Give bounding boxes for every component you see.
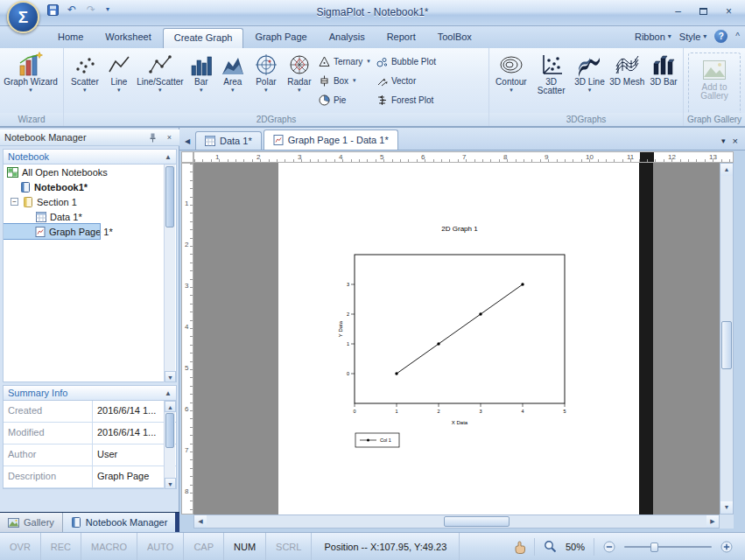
status-toggle-macro[interactable]: MACRO — [81, 533, 137, 560]
tab-scroll-left-button[interactable]: ◀ — [179, 132, 195, 150]
close-button[interactable]: × — [717, 4, 741, 18]
status-toggle-auto[interactable]: AUTO — [137, 533, 184, 560]
button-label: Graph Wizard — [4, 77, 58, 87]
scroll-down-button[interactable]: ▼ — [165, 371, 176, 382]
box-button[interactable]: Box▾ — [316, 73, 374, 88]
line-3d-button[interactable]: 3D Line ▾ — [572, 49, 608, 113]
mesh-3d-button[interactable]: 3D Mesh — [608, 49, 646, 113]
zoom-slider-thumb[interactable] — [650, 542, 658, 552]
doc-tab-graph-page1[interactable]: Graph Page 1 - Data 1* — [264, 130, 398, 150]
tab-graph-page[interactable]: Graph Page — [244, 28, 317, 48]
scroll-left-button[interactable]: ◀ — [194, 515, 207, 528]
zoom-level-readout[interactable]: 50% — [566, 542, 585, 552]
tree-item-all-open-notebooks[interactable]: All Open Notebooks — [4, 164, 176, 179]
tree-item-graph-page1[interactable]: Graph Page 1* — [4, 224, 100, 239]
summary-field: Modified — [4, 423, 93, 444]
ruler-page-shadow — [640, 152, 654, 163]
summary-scrollbar[interactable]: ▲ ▼ — [164, 401, 175, 489]
scrollbar-thumb[interactable] — [165, 413, 174, 448]
help-button[interactable]: ? — [714, 30, 727, 43]
ribbon-menu-button[interactable]: Ribbon▾ — [635, 32, 671, 42]
maximize-button[interactable] — [692, 4, 715, 18]
doc-tab-data1[interactable]: Data 1* — [195, 131, 262, 150]
minimize-button[interactable]: – — [666, 4, 690, 18]
area-button[interactable]: Area ▾ — [216, 49, 250, 113]
scroll-down-button[interactable]: ▼ — [720, 501, 733, 514]
scroll-up-button[interactable]: ▲ — [165, 401, 176, 412]
ribbon-group-3d-graphs: Contour ▾ 3D Scatter 3D Line ▾ 3D Mesh 3… — [489, 48, 684, 126]
status-toggle-ovr[interactable]: OVR — [0, 533, 41, 560]
pin-icon[interactable] — [149, 133, 160, 143]
contour-button[interactable]: Contour ▾ — [491, 49, 531, 113]
polar-button[interactable]: Polar ▾ — [250, 49, 283, 113]
bar-button[interactable]: Bar ▾ — [186, 49, 216, 113]
graph-wizard-button[interactable]: Graph Wizard ▾ — [2, 49, 60, 113]
style-menu-button[interactable]: Style▾ — [679, 32, 706, 42]
svg-text:Y Data: Y Data — [338, 320, 343, 337]
tab-toolbox[interactable]: ToolBox — [427, 28, 482, 48]
minimize-ribbon-button[interactable]: ^ — [735, 32, 740, 41]
scrollbar-thumb[interactable] — [444, 516, 510, 527]
scroll-up-icon[interactable]: ▲ — [165, 153, 172, 161]
scroll-down-button[interactable]: ▼ — [165, 478, 176, 489]
close-document-button[interactable]: × — [733, 136, 738, 146]
add-to-gallery-button[interactable]: Add to Gallery — [690, 54, 739, 118]
line-scatter-button[interactable]: Line/Scatter ▾ — [134, 49, 186, 113]
svg-text:5: 5 — [563, 409, 566, 414]
summary-row-created[interactable]: Created 2016/6/14 1... — [4, 401, 176, 423]
summary-info-header[interactable]: Summary Info ▲ — [3, 385, 177, 401]
line-button[interactable]: Line ▾ — [104, 49, 134, 113]
pan-hand-icon[interactable] — [512, 540, 525, 554]
app-menu-button[interactable]: Σ — [7, 1, 39, 33]
dropdown-caret-icon: ▾ — [264, 87, 268, 93]
bubble-plot-button[interactable]: Bubble Plot — [374, 53, 446, 69]
status-toggle-cap[interactable]: CAP — [184, 533, 224, 560]
collapse-expander-icon[interactable]: − — [11, 198, 18, 206]
radar-button[interactable]: Radar ▾ — [283, 49, 316, 113]
tab-create-graph[interactable]: Create Graph — [163, 28, 244, 48]
status-toggle-num[interactable]: NUM — [224, 533, 266, 560]
tree-item-data1[interactable]: Data 1* — [4, 209, 176, 224]
ribbon: Graph Wizard ▾ Wizard Scatter ▾ Line ▾ L… — [0, 48, 745, 128]
scrollbar-thumb[interactable] — [721, 321, 732, 369]
zoom-out-button[interactable] — [603, 541, 615, 553]
tab-report[interactable]: Report — [376, 28, 426, 48]
tab-gallery[interactable]: Gallery — [0, 513, 63, 532]
tree-scrollbar[interactable]: ▼ — [164, 164, 175, 382]
tree-item-section1[interactable]: − Section 1 — [4, 194, 176, 209]
scroll-up-button[interactable]: ▲ — [720, 164, 733, 176]
zoom-in-button[interactable] — [720, 541, 733, 553]
page-edge-shadow — [639, 163, 653, 514]
forest-plot-button[interactable]: Forest Plot — [374, 92, 446, 108]
tree-item-notebook1[interactable]: Notebook1* — [4, 179, 176, 194]
summary-row-author[interactable]: Author User — [4, 444, 176, 466]
summary-row-modified[interactable]: Modified 2016/6/14 1... — [4, 423, 176, 444]
pie-button[interactable]: Pie — [316, 92, 374, 108]
graph-page-sheet[interactable]: 2D Graph 10123450123X DataY DataCol 1 — [278, 163, 639, 514]
tab-list-caret-icon[interactable]: ▾ — [721, 136, 726, 145]
tab-home[interactable]: Home — [47, 28, 94, 48]
scrollbar-thumb[interactable] — [165, 166, 174, 228]
horizontal-scrollbar[interactable]: ◀ ▶ — [193, 514, 720, 528]
close-panel-icon[interactable]: × — [164, 133, 175, 142]
tab-worksheet[interactable]: Worksheet — [95, 28, 161, 48]
scroll-up-icon[interactable]: ▲ — [165, 389, 172, 397]
notebook-section-header[interactable]: Notebook ▲ — [3, 149, 177, 164]
scatter-button[interactable]: Scatter ▾ — [66, 49, 104, 113]
vector-button[interactable]: Vector — [374, 73, 446, 88]
status-toggle-scrl[interactable]: SCRL — [266, 533, 312, 560]
scroll-right-button[interactable]: ▶ — [706, 515, 719, 528]
summary-row-description[interactable]: Description Graph Page — [4, 466, 176, 488]
vertical-scrollbar[interactable]: ▲ ▼ — [720, 163, 734, 514]
tab-notebook-manager[interactable]: Notebook Manager — [63, 513, 176, 532]
bar-3d-button[interactable]: 3D Bar — [646, 49, 681, 113]
zoom-magnifier-icon[interactable] — [544, 540, 557, 553]
ternary-button[interactable]: Ternary▾ — [316, 53, 374, 69]
scatter-3d-button[interactable]: 3D Scatter — [531, 49, 572, 113]
zoom-slider[interactable] — [624, 541, 712, 553]
page-canvas[interactable]: 2D Graph 10123450123X DataY DataCol 1 — [193, 163, 720, 514]
button-label: Polar — [256, 77, 276, 87]
tab-analysis[interactable]: Analysis — [319, 28, 376, 48]
status-toggle-rec[interactable]: REC — [41, 533, 81, 560]
ternary-icon — [319, 56, 330, 67]
